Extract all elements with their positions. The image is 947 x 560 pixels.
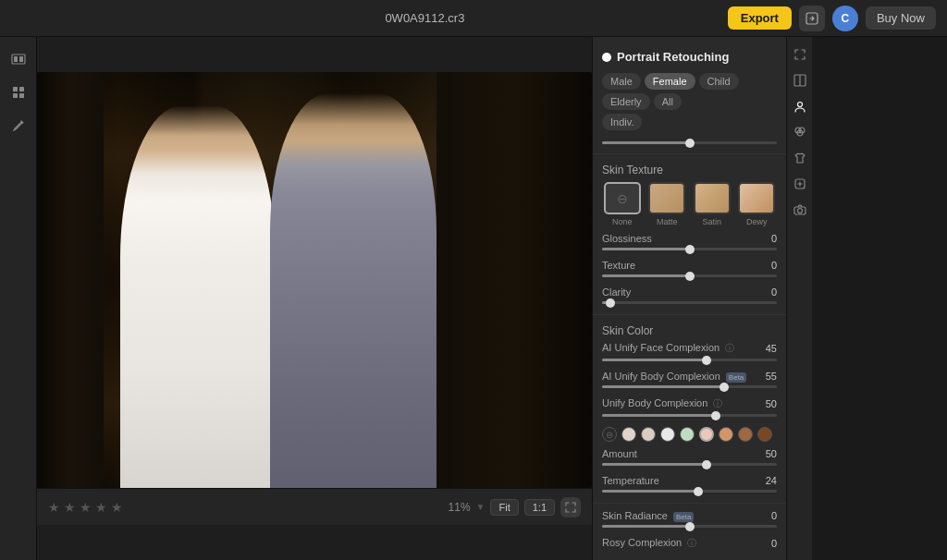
skin-radiance-label: Skin Radiance Beta (602, 510, 694, 521)
texture-none-label: None (612, 217, 633, 226)
star-rating: ★ ★ ★ ★ ★ (48, 500, 123, 515)
texture-matte-thumb[interactable] (648, 182, 685, 214)
glossiness-row: Glossiness 0 (593, 230, 786, 257)
svg-rect-6 (13, 93, 18, 98)
indiv-slider-container (593, 134, 786, 150)
svg-rect-2 (14, 56, 18, 62)
ai-body-slider[interactable] (602, 385, 777, 388)
fullscreen-icon[interactable] (560, 497, 581, 517)
texture-satin[interactable]: Satin (692, 182, 732, 226)
star-5[interactable]: ★ (111, 500, 123, 515)
one-to-one-button[interactable]: 1:1 (524, 499, 555, 516)
amount-slider[interactable] (602, 463, 777, 466)
main-photo (37, 72, 592, 488)
texture-matte[interactable]: Matte (647, 182, 688, 226)
clarity-row: Clarity 0 (593, 284, 786, 310)
ai-face-row: AI Unify Face Complexion ⓘ 45 (593, 339, 786, 368)
indiv-row: Indiv. (593, 114, 786, 134)
gender-female[interactable]: Female (645, 73, 695, 90)
temperature-slider[interactable] (602, 490, 777, 493)
top-bar-right: Export C Buy Now (728, 6, 936, 31)
ai-face-label: AI Unify Face Complexion ⓘ (602, 342, 734, 355)
none-icon: ⊖ (617, 191, 628, 206)
swatch-5-selected[interactable] (699, 427, 714, 442)
clothes-icon[interactable] (790, 148, 810, 168)
rosy-complexion-row: Rosy Complexion ⓘ 0 (593, 534, 786, 554)
glossiness-label: Glossiness (602, 233, 652, 244)
temperature-row: Temperature 24 (593, 472, 786, 499)
temperature-value: 24 (766, 475, 777, 486)
camera-icon[interactable] (790, 200, 810, 220)
texture-dewy-thumb[interactable] (738, 182, 775, 214)
amount-label: Amount (602, 448, 637, 459)
user-avatar[interactable]: C (832, 6, 858, 31)
clarity-label: Clarity (602, 286, 631, 298)
gender-row: Male Female Child Elderly All (593, 69, 786, 114)
unify-body-row: Unify Body Complexion ⓘ 50 (593, 395, 786, 423)
compare-icon[interactable] (790, 70, 810, 91)
skin-color-label: Skin Color (593, 319, 786, 339)
texture-none-thumb[interactable]: ⊖ (604, 182, 641, 214)
ai-body-row: AI Unify Body Complexion Beta 55 (593, 368, 786, 395)
gender-child[interactable]: Child (699, 73, 739, 90)
clarity-slider[interactable] (602, 301, 777, 304)
star-4[interactable]: ★ (95, 500, 107, 515)
gender-male[interactable]: Male (602, 73, 641, 90)
gender-all[interactable]: All (654, 93, 682, 110)
export-button[interactable]: Export (728, 6, 792, 30)
swatch-7[interactable] (738, 427, 753, 442)
gender-elderly[interactable]: Elderly (602, 93, 650, 110)
color-icon[interactable] (790, 122, 810, 142)
bottom-toolbar: ★ ★ ★ ★ ★ 11% ▼ Fit 1:1 (37, 488, 592, 525)
star-3[interactable]: ★ (80, 500, 92, 515)
texture-satin-thumb[interactable] (694, 182, 731, 214)
fit-button[interactable]: Fit (490, 499, 518, 516)
ai-face-slider[interactable] (602, 359, 777, 361)
glossiness-slider[interactable] (602, 248, 777, 250)
texture-param-value: 0 (771, 260, 777, 271)
star-1[interactable]: ★ (48, 500, 60, 515)
share-icon[interactable] (799, 6, 825, 31)
image-container[interactable] (37, 72, 592, 488)
amount-value: 50 (766, 448, 777, 459)
right-icons-strip (786, 37, 812, 560)
unify-body-value: 50 (766, 398, 777, 409)
skin-texture-label: Skin Texture (593, 158, 786, 178)
expand-icon[interactable] (790, 44, 810, 65)
filmstrip-icon[interactable] (4, 44, 33, 74)
texture-none[interactable]: ⊖ None (602, 182, 643, 226)
svg-point-11 (797, 103, 802, 107)
texture-satin-label: Satin (702, 217, 721, 226)
rosy-complexion-label: Rosy Complexion ⓘ (602, 537, 696, 550)
svg-rect-4 (13, 87, 18, 91)
swatch-8[interactable] (757, 427, 772, 442)
unify-body-slider[interactable] (602, 414, 777, 417)
section-header: Portrait Retouching (593, 44, 786, 69)
swatch-6[interactable] (719, 427, 733, 442)
indiv-slider-track[interactable] (602, 141, 777, 144)
portrait-icon[interactable] (790, 96, 810, 116)
clarity-value: 0 (771, 286, 777, 298)
swatch-4[interactable] (680, 427, 695, 442)
gender-indiv[interactable]: Indiv. (602, 114, 642, 130)
filename: 0W0A9112.cr3 (385, 11, 464, 25)
skin-radiance-slider[interactable] (602, 525, 777, 528)
retouch-extra-icon[interactable] (790, 174, 810, 194)
zoom-level: 11% (449, 501, 471, 514)
svg-rect-7 (19, 93, 24, 98)
swatch-none[interactable]: ⊖ (602, 427, 617, 442)
section-dot (602, 53, 611, 62)
texture-param-row: Texture 0 (593, 257, 786, 284)
texture-slider[interactable] (602, 274, 777, 277)
texture-grid: ⊖ None Matte Satin (593, 178, 786, 230)
edit-icon[interactable] (4, 111, 33, 140)
star-2[interactable]: ★ (64, 500, 76, 515)
temperature-label: Temperature (602, 475, 659, 486)
skin-radiance-row: Skin Radiance Beta 0 (593, 507, 786, 534)
swatch-3[interactable] (660, 427, 675, 442)
buy-now-button[interactable]: Buy Now (866, 6, 936, 30)
texture-dewy[interactable]: Dewy (737, 182, 778, 226)
grid-icon[interactable] (4, 78, 33, 107)
swatch-1[interactable] (621, 427, 636, 442)
swatch-2[interactable] (641, 427, 656, 442)
